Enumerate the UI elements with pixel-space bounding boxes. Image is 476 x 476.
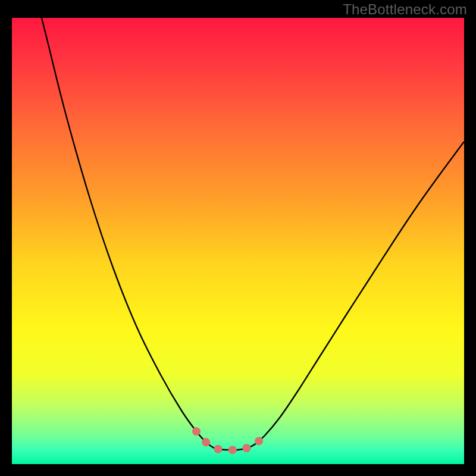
- plot-area: [12, 18, 464, 464]
- watermark-text: TheBottleneck.com: [343, 1, 467, 18]
- highlight-segment: [196, 431, 265, 450]
- chart-frame: TheBottleneck.com: [0, 0, 476, 476]
- curve-layer: [12, 18, 464, 464]
- bottleneck-curve: [39, 18, 464, 450]
